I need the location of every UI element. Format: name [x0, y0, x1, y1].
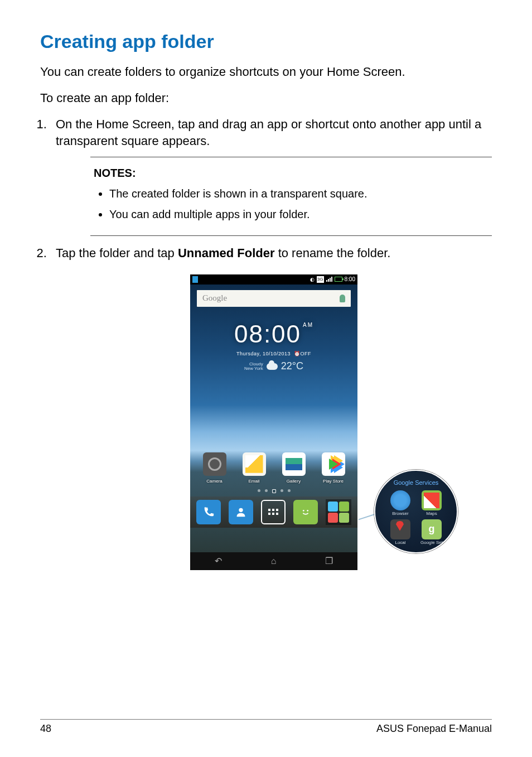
notes-box: NOTES: The created folder is shown in a …	[90, 157, 492, 236]
app-gallery[interactable]: Gallery	[278, 452, 309, 484]
callout-app-browser[interactable]: Browser	[388, 490, 413, 517]
dock-all-apps[interactable]	[261, 500, 286, 524]
notes-list: The created folder is shown in a transpa…	[109, 186, 489, 222]
phone-screenshot: ◐ 3G 8:00 Google	[190, 274, 357, 570]
app-camera[interactable]: Camera	[199, 452, 230, 484]
clock-date: Thursday, 10/10/2013 ⏰OFF	[190, 350, 357, 358]
smile-icon	[299, 506, 312, 518]
cloud-icon	[267, 363, 278, 370]
step-2-bold: Unnamed Folder	[178, 246, 275, 260]
android-navbar: ↶ ⌂ ❐	[190, 552, 357, 570]
google-search-bar[interactable]: Google	[197, 290, 351, 307]
steps-list: On the Home Screen, tap and drag an app …	[50, 116, 492, 570]
dock-messaging[interactable]	[293, 500, 318, 524]
svg-point-0	[239, 508, 243, 512]
folder-mini-icon	[328, 502, 338, 512]
svg-point-1	[303, 510, 304, 512]
folder-callout: Google Services Browser Maps Local Googl…	[374, 470, 458, 553]
back-icon[interactable]: ↶	[215, 555, 222, 567]
folder-mini-icon	[339, 502, 349, 512]
maps-icon	[422, 490, 442, 510]
local-icon	[390, 519, 410, 539]
status-right: ◐ 3G 8:00	[310, 276, 355, 283]
gallery-icon	[282, 452, 306, 476]
browser-icon	[390, 490, 410, 510]
signal-icon	[326, 277, 332, 282]
manual-page: Creating app folder You can create folde…	[0, 0, 532, 757]
recents-icon[interactable]: ❐	[325, 555, 333, 567]
step-2-text-c: to rename the folder.	[275, 246, 391, 260]
intro-paragraph-2: To create an app folder:	[40, 90, 492, 107]
note-2: You can add multiple apps in your folder…	[109, 207, 489, 222]
battery-icon	[335, 277, 342, 282]
page-number: 48	[40, 723, 51, 735]
page-title: Creating app folder	[40, 31, 492, 52]
app-playstore[interactable]: Play Store	[318, 452, 349, 484]
callout-app-maps[interactable]: Maps	[419, 490, 444, 517]
callout-app-local[interactable]: Local	[388, 519, 413, 546]
figure: ◐ 3G 8:00 Google	[151, 274, 396, 570]
home-screen: Google 08:00 AM Thursday, 10/10/2013 ⏰OF…	[190, 285, 357, 552]
folder-mini-icon	[339, 513, 349, 523]
dock-contacts[interactable]	[229, 500, 253, 524]
weather-widget[interactable]: Cloudy New York 22°C	[190, 359, 357, 373]
folder-mini-icon	[328, 513, 338, 523]
mic-icon[interactable]	[340, 295, 345, 302]
callout-app-google-settings[interactable]: Google Set	[419, 519, 444, 546]
step-2-text-a: Tap the folder and tap	[56, 246, 178, 260]
network-3g: 3G	[317, 276, 324, 282]
playstore-icon	[322, 452, 345, 476]
status-bar: ◐ 3G 8:00	[190, 274, 357, 285]
notes-heading: NOTES:	[94, 165, 489, 181]
email-icon	[243, 452, 266, 476]
step-2: Tap the folder and tap Unnamed Folder to…	[50, 245, 492, 570]
weather-city: Cloudy New York	[244, 362, 263, 371]
clock-time: 08:00 AM	[234, 317, 313, 351]
app-row: Camera Email Gallery	[190, 452, 357, 484]
page-footer: 48 ASUS Fonepad E-Manual	[40, 719, 492, 735]
step-1: On the Home Screen, tap and drag an app …	[50, 116, 492, 237]
sdcard-icon	[192, 276, 198, 283]
dock-phone[interactable]	[196, 500, 221, 524]
apps-grid-icon	[268, 509, 278, 515]
gsettings-icon	[422, 519, 442, 539]
dock-folder[interactable]	[326, 499, 351, 525]
home-icon[interactable]: ⌂	[271, 555, 277, 567]
intro-paragraph-1: You can create folders to organize short…	[40, 64, 492, 81]
camera-icon	[203, 452, 226, 476]
callout-title: Google Services	[375, 479, 457, 487]
callout-grid: Browser Maps Local Google Set	[375, 490, 457, 545]
search-brand: Google	[202, 292, 227, 304]
clock-widget[interactable]: 08:00 AM Thursday, 10/10/2013 ⏰OFF	[190, 317, 357, 357]
note-1: The created folder is shown in a transpa…	[109, 186, 489, 201]
status-clock: 8:00	[345, 276, 355, 283]
app-email[interactable]: Email	[239, 452, 270, 484]
page-indicator	[190, 489, 357, 493]
dock	[190, 496, 357, 528]
phone-icon	[202, 506, 215, 518]
contacts-icon	[235, 506, 247, 518]
svg-point-2	[307, 510, 308, 512]
clock-ampm: AM	[303, 321, 313, 329]
step-1-text: On the Home Screen, tap and drag an app …	[56, 117, 481, 148]
vibrate-icon: ◐	[310, 276, 315, 283]
book-title: ASUS Fonepad E-Manual	[376, 723, 492, 735]
weather-temp: 22°C	[281, 359, 303, 373]
